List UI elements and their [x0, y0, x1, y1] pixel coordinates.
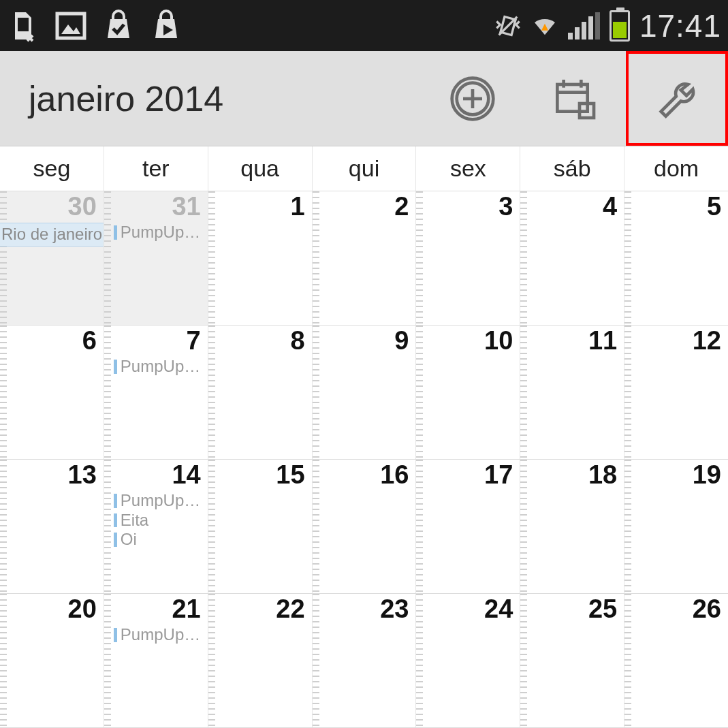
calendar-icon	[551, 75, 599, 123]
status-right: 17:41	[494, 7, 721, 44]
day-number: 14	[104, 461, 204, 490]
day-ruler	[313, 460, 319, 593]
day-number: 26	[624, 595, 724, 624]
shopping-check-icon	[102, 10, 135, 42]
header-actions	[422, 51, 728, 146]
battery-icon	[610, 10, 630, 42]
day-number: 25	[520, 595, 620, 624]
day-ruler	[416, 191, 423, 325]
day-number: 16	[313, 461, 412, 490]
calendar-day[interactable]: 25	[520, 594, 624, 727]
calendar-day[interactable]: 14PumpUp: Tot…EitaOi	[104, 460, 208, 593]
calendar-week: 2021PumpUp: Tot…2223242526	[0, 594, 728, 728]
calendar-event[interactable]: Oi	[114, 530, 204, 550]
day-events: PumpUp: Tot…	[104, 223, 204, 242]
calendar-week: 67PumpUp: Tot…89101112	[0, 326, 728, 460]
day-number: 8	[208, 327, 308, 355]
day-number: 2	[313, 193, 412, 221]
day-ruler	[520, 191, 527, 325]
calendar-day[interactable]: 31PumpUp: Tot…	[104, 191, 208, 325]
calendar-day[interactable]: 15	[208, 460, 312, 593]
day-ruler	[0, 326, 7, 459]
calendar-week: 1314PumpUp: Tot…EitaOi1516171819	[0, 460, 728, 594]
day-ruler	[313, 191, 319, 325]
calendar-day[interactable]: 23	[312, 594, 416, 727]
vibrate-icon	[494, 12, 522, 39]
day-ruler	[0, 594, 7, 727]
calendar-event[interactable]: PumpUp: Tot…	[114, 357, 204, 377]
calendar-day[interactable]: 17	[415, 460, 520, 593]
day-ruler	[520, 594, 527, 727]
add-event-button[interactable]	[422, 51, 524, 146]
settings-button[interactable]	[626, 51, 728, 146]
day-ruler	[416, 326, 423, 459]
calendar-day[interactable]: 6	[0, 326, 104, 459]
calendar-event[interactable]: PumpUp: Tot…	[114, 625, 204, 645]
calendar-day[interactable]: 10	[415, 326, 520, 459]
weekday-label: dom	[624, 146, 728, 191]
calendar-event[interactable]: PumpUp: Tot…	[114, 223, 204, 242]
day-number: 19	[624, 461, 724, 490]
day-number: 23	[313, 595, 412, 624]
calendar-day[interactable]: 20	[0, 594, 104, 727]
svg-rect-10	[557, 84, 587, 112]
day-number: 17	[416, 461, 516, 490]
calendar-day[interactable]: 21PumpUp: Tot…	[104, 594, 208, 727]
day-ruler	[208, 460, 215, 593]
day-events: Rio de janeiro	[0, 223, 99, 247]
day-ruler	[416, 460, 423, 593]
day-ruler	[0, 191, 7, 325]
calendar-day[interactable]: 8	[208, 326, 312, 459]
day-ruler	[313, 594, 319, 727]
wifi-icon	[531, 12, 558, 39]
day-ruler	[624, 460, 631, 593]
day-ruler	[208, 191, 215, 325]
wrench-icon	[653, 75, 701, 123]
day-ruler	[520, 326, 527, 459]
calendar-event[interactable]: Rio de janeiro	[0, 223, 104, 247]
calendar-day[interactable]: 18	[520, 460, 624, 593]
day-number: 31	[104, 193, 204, 221]
day-ruler	[208, 594, 215, 727]
calendar-day[interactable]: 26	[624, 594, 728, 727]
svg-rect-0	[57, 14, 84, 38]
signal-icon	[568, 12, 600, 39]
calendar-event[interactable]: PumpUp: Tot…	[114, 491, 204, 511]
calendar-day[interactable]: 22	[208, 594, 312, 727]
day-number: 7	[104, 327, 204, 355]
calendar-day[interactable]: 2	[312, 191, 416, 325]
calendar-day[interactable]: 11	[520, 326, 624, 459]
calendar-day[interactable]: 12	[624, 326, 728, 459]
calendar-day[interactable]: 1	[208, 191, 312, 325]
calendar-day[interactable]: 13	[0, 460, 104, 593]
day-events: PumpUp: Tot…	[104, 357, 204, 377]
calendar-day[interactable]: 30Rio de janeiro	[0, 191, 104, 325]
day-ruler	[624, 326, 631, 459]
calendar-day[interactable]: 9	[312, 326, 416, 459]
day-number: 30	[0, 193, 99, 221]
status-bar: 17:41	[0, 0, 728, 51]
calendar-day[interactable]: 24	[415, 594, 520, 727]
month-title[interactable]: janeiro 2014	[29, 78, 422, 119]
calendar-day[interactable]: 16	[312, 460, 416, 593]
plus-circle-icon	[449, 75, 496, 123]
calendar-day[interactable]: 4	[520, 191, 624, 325]
sim-error-icon	[7, 10, 39, 42]
day-number: 15	[208, 461, 308, 490]
status-clock: 17:41	[639, 7, 721, 44]
day-number: 21	[104, 595, 204, 624]
calendar-day[interactable]: 7PumpUp: Tot…	[104, 326, 208, 459]
calendar-day[interactable]: 3	[415, 191, 520, 325]
day-ruler	[104, 191, 111, 325]
day-number: 22	[208, 595, 308, 624]
day-ruler	[624, 594, 631, 727]
weekday-label: sáb	[520, 146, 624, 191]
calendar-event[interactable]: Eita	[114, 511, 204, 531]
day-ruler	[104, 326, 111, 459]
calendar-day[interactable]: 5	[624, 191, 728, 325]
calendar-day[interactable]: 19	[624, 460, 728, 593]
day-events: PumpUp: Tot…	[104, 625, 204, 645]
picture-icon	[54, 10, 87, 42]
day-number: 18	[520, 461, 620, 490]
today-button[interactable]	[524, 51, 626, 146]
